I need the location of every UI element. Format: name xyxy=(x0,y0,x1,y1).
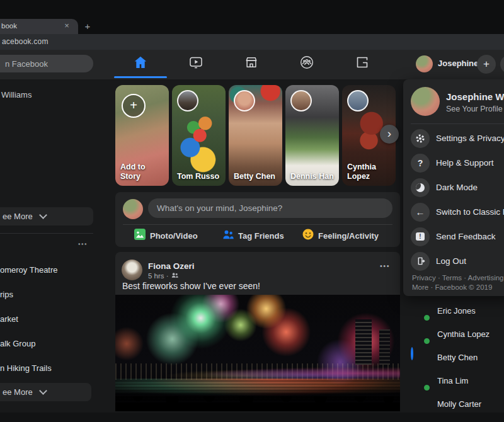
contact-row[interactable]: Molly Carter xyxy=(403,392,504,416)
post-author[interactable]: Fiona Ozeri xyxy=(148,261,195,271)
photo-video-button[interactable]: Photo/Video xyxy=(134,229,198,242)
account-name[interactable]: Josephine Williams xyxy=(446,91,504,102)
chevron-down-icon xyxy=(39,387,47,395)
feeling-activity-button[interactable]: Feeling/Activity xyxy=(302,229,379,242)
tab-groups[interactable] xyxy=(299,56,314,71)
menu-item-help-support[interactable]: ? Help & Support xyxy=(403,151,504,175)
avatar[interactable] xyxy=(122,259,142,280)
browser-chrome: book × + xyxy=(0,0,504,34)
story-label: Tom Russo xyxy=(177,172,223,182)
story-card[interactable]: Dennis Han xyxy=(285,85,339,186)
menu-item-log-out[interactable]: Log Out xyxy=(403,249,504,273)
contact-name: Tina Lim xyxy=(437,376,468,385)
divider xyxy=(411,123,504,124)
building-silhouette xyxy=(379,329,390,365)
chevron-down-icon xyxy=(39,211,47,219)
facebook-header: n Facebook xyxy=(0,50,504,80)
home-icon xyxy=(133,55,148,72)
sidebar-see-more-button-2[interactable]: ee More xyxy=(0,383,91,401)
avatar[interactable] xyxy=(416,55,433,72)
post-composer: What's on your mind, Josephine? Photo/Vi… xyxy=(115,192,400,247)
new-tab-icon[interactable]: + xyxy=(82,21,93,32)
question-icon: ? xyxy=(411,154,430,173)
menu-item-label: Settings & Privacy xyxy=(436,134,504,143)
story-label: Cynthia Lopez xyxy=(347,163,393,182)
profile-name[interactable]: Josephine xyxy=(438,59,478,68)
add-story-icon[interactable]: + xyxy=(122,94,146,118)
menu-item-settings-privacy[interactable]: Settings & Privacy xyxy=(403,126,504,151)
avatar[interactable] xyxy=(123,199,143,219)
account-menu: Josephine Williams See Your Profile Sett… xyxy=(403,79,504,296)
menu-item-label: Switch to Classic Facebook xyxy=(436,207,504,217)
photo-video-icon xyxy=(134,229,146,242)
story-avatar xyxy=(347,90,369,111)
story-label: Betty Chen xyxy=(234,172,280,182)
sidebar-item-shortcut[interactable]: alk Group xyxy=(0,339,94,351)
tag-friends-icon xyxy=(222,229,234,242)
contact-row[interactable]: Betty Chen xyxy=(403,346,504,369)
watch-icon xyxy=(188,55,203,72)
story-label: Dennis Han xyxy=(290,172,336,182)
contact-name: Cynthia Lopez xyxy=(437,329,490,339)
menu-item-switch-classic[interactable]: ← Switch to Classic Facebook xyxy=(403,200,504,224)
feedback-icon: ! xyxy=(411,227,430,246)
sidebar-item-shortcut[interactable]: rips xyxy=(0,290,94,302)
tab-home[interactable] xyxy=(133,56,148,71)
stories-next-button[interactable]: › xyxy=(380,125,399,144)
post-more-icon[interactable]: ••• xyxy=(380,262,390,270)
address-bar[interactable]: acebook.com xyxy=(0,34,504,50)
close-icon[interactable]: × xyxy=(62,21,72,31)
sidebar-item-shortcut[interactable]: n Hiking Trails xyxy=(0,363,94,376)
contact-name: Molly Carter xyxy=(437,399,481,409)
contact-row[interactable]: Eric Jones xyxy=(403,299,504,322)
gaming-icon xyxy=(355,55,370,72)
contact-row[interactable]: Cynthia Lopez xyxy=(403,322,504,346)
story-card[interactable]: Tom Russo xyxy=(172,85,226,186)
menu-item-label: Send Feedback xyxy=(436,232,496,241)
feed-post: Fiona Ozeri 5 hrs · ••• Best fireworks s… xyxy=(115,252,400,411)
tab-marketplace[interactable] xyxy=(244,56,259,71)
status-input[interactable]: What's on your mind, Josephine? xyxy=(148,198,392,218)
tag-friends-button[interactable]: Tag Friends xyxy=(222,229,284,242)
moon-icon xyxy=(411,178,430,197)
contact-row[interactable]: Tina Lim xyxy=(403,369,504,392)
footer-copyright: More · Facebook © 2019 xyxy=(412,283,504,292)
screen: book × + acebook.com n Facebook xyxy=(0,0,504,422)
story-avatar xyxy=(290,90,312,111)
sidebar-divider xyxy=(0,233,93,234)
sidebar-item-shortcut[interactable]: omeroy Theatre xyxy=(0,265,94,278)
action-label: Feeling/Activity xyxy=(318,231,379,241)
sidebar-item-shortcut[interactable]: arket xyxy=(0,314,94,327)
menu-item-send-feedback[interactable]: ! Send Feedback xyxy=(403,224,504,249)
divider xyxy=(123,224,392,225)
search-input[interactable]: n Facebook xyxy=(0,55,93,72)
footer-links[interactable]: Privacy · Terms · Advertising · Ad Choic… xyxy=(412,273,504,283)
contact-name: Betty Chen xyxy=(437,353,478,362)
menu-item-dark-mode[interactable]: Dark Mode xyxy=(403,175,504,200)
avatar[interactable] xyxy=(411,87,440,116)
menu-footer: Privacy · Terms · Advertising · Ad Choic… xyxy=(412,273,504,292)
sidebar-see-more-button[interactable]: ee More xyxy=(0,207,93,225)
section-more-icon[interactable]: ••• xyxy=(78,241,88,248)
tab-watch[interactable] xyxy=(188,56,203,71)
sidebar-profile-name[interactable]: Williams xyxy=(1,90,32,100)
create-button[interactable]: + xyxy=(477,55,496,74)
see-more-label: ee More xyxy=(3,212,33,221)
story-card[interactable]: Betty Chen xyxy=(229,85,282,186)
see-your-profile-link[interactable]: See Your Profile xyxy=(446,105,503,113)
browser-tab[interactable]: book × xyxy=(0,19,78,34)
action-label: Photo/Video xyxy=(150,231,198,241)
feeling-activity-icon xyxy=(302,229,314,242)
audience-friends-icon xyxy=(171,272,178,280)
tab-gaming[interactable] xyxy=(355,56,370,71)
see-more-label: ee More xyxy=(3,387,33,397)
menu-item-label: Dark Mode xyxy=(436,183,478,192)
logout-icon xyxy=(411,252,430,271)
post-text: Best fireworks show I've ever seen! xyxy=(122,281,260,291)
messenger-button[interactable] xyxy=(500,55,504,74)
active-tab-underline xyxy=(114,76,167,78)
story-add-to-story[interactable]: + Add to Story xyxy=(115,85,169,186)
post-image-fireworks[interactable] xyxy=(115,295,400,411)
online-status-dot xyxy=(423,384,431,392)
menu-item-label: Log Out xyxy=(436,256,466,266)
